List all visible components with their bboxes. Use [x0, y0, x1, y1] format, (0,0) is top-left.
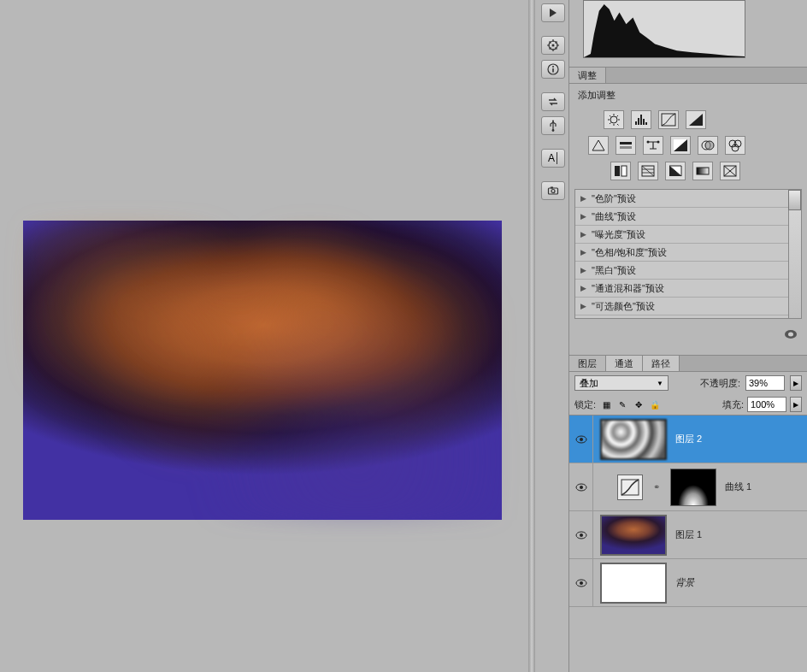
preset-selective-color[interactable]: ▶"可选颜色"预设: [575, 298, 788, 315]
fill-input[interactable]: 100%: [747, 397, 786, 412]
right-panel-stack: 调整 添加调整 ▶"色阶"预设 ▶"曲线"预设 ▶"曝: [569, 0, 807, 672]
preset-label: "色阶"预设: [592, 192, 636, 205]
layer-name[interactable]: 图层 1: [675, 528, 702, 541]
link-icon[interactable]: ⚭: [651, 482, 662, 492]
preset-label: "可选颜色"预设: [592, 300, 655, 313]
layers-panel: 叠加 ▼ 不透明度: 39% ▶ 锁定: ▦ ✎ ✥ 🔒 填充: 100% ▶: [569, 372, 807, 607]
svg-point-24: [657, 141, 660, 144]
lock-all-icon[interactable]: 🔒: [648, 398, 662, 411]
posterize-icon[interactable]: [638, 162, 658, 180]
hue-saturation-icon[interactable]: [616, 136, 636, 155]
svg-rect-4: [552, 68, 554, 73]
brightness-contrast-icon[interactable]: [604, 110, 624, 129]
layer-thumbnail[interactable]: [600, 515, 667, 556]
invert-icon[interactable]: [610, 162, 631, 180]
fill-flyout[interactable]: ▶: [790, 397, 802, 412]
preset-label: "通道混和器"预设: [592, 282, 664, 295]
lock-transparency-icon[interactable]: ▦: [599, 398, 613, 411]
lock-pixels-icon[interactable]: ✎: [616, 398, 629, 411]
layer-row[interactable]: 背景: [569, 559, 807, 607]
preset-bw[interactable]: ▶"黑白"预设: [575, 262, 788, 280]
lock-label: 锁定:: [574, 398, 596, 411]
helm-icon[interactable]: [541, 36, 565, 55]
layer-name[interactable]: 曲线 1: [725, 480, 751, 493]
text-icon[interactable]: A: [541, 149, 565, 168]
swap-icon[interactable]: [541, 92, 565, 111]
layer-row[interactable]: ⚭ 曲线 1: [569, 463, 807, 511]
svg-marker-19: [689, 114, 703, 126]
document-canvas[interactable]: [23, 221, 502, 520]
opacity-flyout[interactable]: ▶: [790, 375, 802, 391]
svg-rect-17: [645, 122, 647, 125]
preset-levels[interactable]: ▶"色阶"预设: [575, 190, 788, 208]
svg-rect-22: [620, 146, 632, 149]
preset-channel-mixer[interactable]: ▶"通道混和器"预设: [575, 280, 788, 298]
svg-rect-15: [640, 115, 642, 125]
usb-icon[interactable]: [541, 116, 565, 135]
svg-point-44: [580, 486, 583, 489]
svg-rect-37: [697, 168, 709, 174]
color-balance-icon[interactable]: [643, 136, 663, 155]
preset-exposure[interactable]: ▶"曝光度"预设: [575, 226, 788, 244]
preset-label: "曲线"预设: [592, 210, 636, 223]
layer-name[interactable]: 图层 2: [675, 433, 702, 445]
gradient-map-icon[interactable]: [692, 162, 713, 180]
fill-value: 100%: [751, 399, 775, 410]
visibility-toggle[interactable]: [569, 511, 593, 558]
visibility-toggle[interactable]: [569, 559, 593, 606]
canvas-area[interactable]: [0, 0, 528, 672]
adjustment-thumbnail[interactable]: [617, 475, 643, 500]
curves-icon[interactable]: [658, 110, 679, 129]
levels-icon[interactable]: [631, 110, 651, 129]
layer-thumbnail[interactable]: [600, 563, 667, 604]
svg-point-47: [580, 533, 583, 537]
svg-point-49: [580, 581, 583, 585]
play-icon[interactable]: [541, 3, 565, 22]
blend-mode-select[interactable]: 叠加 ▼: [574, 375, 669, 391]
threshold-icon[interactable]: [665, 162, 686, 180]
preset-label: "色相/饱和度"预设: [592, 246, 667, 259]
tab-adjustments[interactable]: 调整: [569, 68, 606, 83]
black-white-icon[interactable]: [670, 136, 691, 155]
preset-scrollbar[interactable]: [788, 190, 801, 318]
camera-icon[interactable]: [541, 181, 565, 200]
svg-marker-11: [584, 4, 745, 57]
layers-tabs: 图层 通道 路径: [569, 355, 807, 372]
svg-point-5: [552, 66, 554, 68]
exposure-icon[interactable]: [686, 110, 706, 129]
fill-label: 填充:: [722, 398, 744, 411]
info-icon[interactable]: [541, 60, 565, 79]
visibility-toggle[interactable]: [569, 463, 593, 510]
panel-divider[interactable]: [528, 0, 535, 672]
layer-row[interactable]: 图层 2: [569, 416, 807, 463]
tab-channels[interactable]: 通道: [606, 356, 643, 371]
layer-list: 图层 2 ⚭ 曲线 1 图层 1: [569, 415, 807, 607]
visibility-toggle[interactable]: [569, 416, 593, 463]
blend-mode-value: 叠加: [580, 377, 598, 390]
preset-hue-sat[interactable]: ▶"色相/饱和度"预设: [575, 244, 788, 262]
preset-curves[interactable]: ▶"曲线"预设: [575, 208, 788, 226]
svg-point-7: [552, 121, 554, 122]
histogram-display[interactable]: [583, 0, 745, 58]
vibrance-icon[interactable]: [588, 136, 609, 155]
mask-icon[interactable]: [781, 327, 800, 342]
layer-mask-thumbnail[interactable]: [670, 469, 716, 506]
photo-filter-icon[interactable]: [698, 136, 718, 155]
adjustments-title: 添加调整: [569, 84, 807, 107]
preset-label: "黑白"预设: [592, 264, 636, 277]
svg-rect-13: [635, 121, 637, 125]
opacity-input[interactable]: 39%: [745, 375, 785, 391]
opacity-value: 39%: [749, 378, 768, 388]
layer-thumbnail[interactable]: [600, 419, 667, 460]
tab-layers[interactable]: 图层: [569, 356, 606, 371]
layer-name[interactable]: 背景: [675, 576, 694, 589]
selective-color-icon[interactable]: [720, 162, 740, 180]
tab-paths[interactable]: 路径: [643, 356, 680, 371]
lock-position-icon[interactable]: ✥: [632, 398, 645, 411]
svg-point-9: [551, 190, 555, 193]
channel-mixer-icon[interactable]: [725, 136, 745, 155]
svg-rect-33: [621, 166, 627, 176]
scrollbar-thumb[interactable]: [788, 190, 801, 210]
layer-row[interactable]: 图层 1: [569, 511, 807, 559]
docked-tool-strip: A: [537, 0, 569, 672]
